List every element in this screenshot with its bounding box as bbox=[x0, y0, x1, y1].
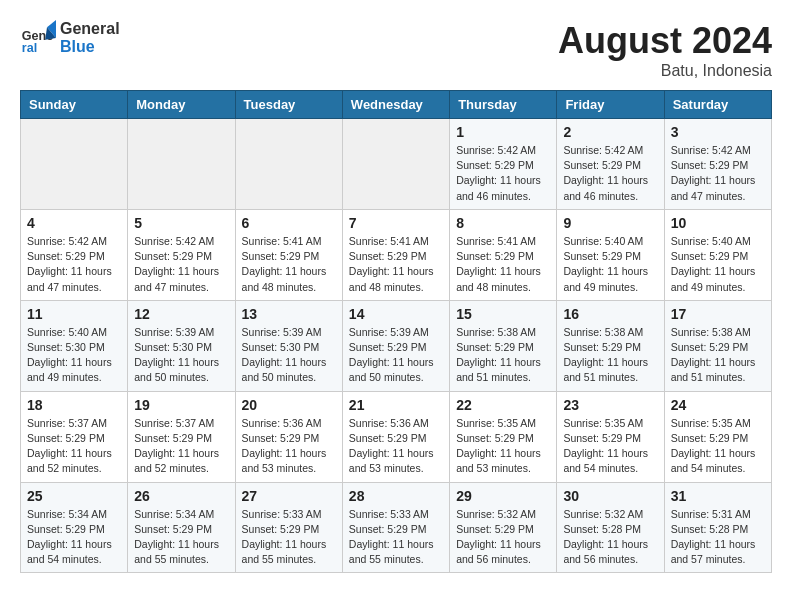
day-info: Sunrise: 5:34 AM Sunset: 5:29 PM Dayligh… bbox=[134, 507, 228, 568]
day-info: Sunrise: 5:34 AM Sunset: 5:29 PM Dayligh… bbox=[27, 507, 121, 568]
day-number: 8 bbox=[456, 215, 550, 231]
day-number: 19 bbox=[134, 397, 228, 413]
calendar-cell: 2Sunrise: 5:42 AM Sunset: 5:29 PM Daylig… bbox=[557, 119, 664, 210]
week-row: 25Sunrise: 5:34 AM Sunset: 5:29 PM Dayli… bbox=[21, 482, 772, 573]
calendar-cell: 9Sunrise: 5:40 AM Sunset: 5:29 PM Daylig… bbox=[557, 209, 664, 300]
calendar-cell: 11Sunrise: 5:40 AM Sunset: 5:30 PM Dayli… bbox=[21, 300, 128, 391]
header-cell-monday: Monday bbox=[128, 91, 235, 119]
day-number: 22 bbox=[456, 397, 550, 413]
location: Batu, Indonesia bbox=[558, 62, 772, 80]
calendar-cell: 15Sunrise: 5:38 AM Sunset: 5:29 PM Dayli… bbox=[450, 300, 557, 391]
day-info: Sunrise: 5:33 AM Sunset: 5:29 PM Dayligh… bbox=[242, 507, 336, 568]
calendar-cell: 5Sunrise: 5:42 AM Sunset: 5:29 PM Daylig… bbox=[128, 209, 235, 300]
header-cell-friday: Friday bbox=[557, 91, 664, 119]
day-number: 16 bbox=[563, 306, 657, 322]
calendar-body: 1Sunrise: 5:42 AM Sunset: 5:29 PM Daylig… bbox=[21, 119, 772, 573]
calendar-cell: 24Sunrise: 5:35 AM Sunset: 5:29 PM Dayli… bbox=[664, 391, 771, 482]
calendar-cell: 14Sunrise: 5:39 AM Sunset: 5:29 PM Dayli… bbox=[342, 300, 449, 391]
day-info: Sunrise: 5:40 AM Sunset: 5:29 PM Dayligh… bbox=[563, 234, 657, 295]
calendar-cell: 26Sunrise: 5:34 AM Sunset: 5:29 PM Dayli… bbox=[128, 482, 235, 573]
day-info: Sunrise: 5:37 AM Sunset: 5:29 PM Dayligh… bbox=[134, 416, 228, 477]
calendar-cell: 23Sunrise: 5:35 AM Sunset: 5:29 PM Dayli… bbox=[557, 391, 664, 482]
calendar-cell: 19Sunrise: 5:37 AM Sunset: 5:29 PM Dayli… bbox=[128, 391, 235, 482]
calendar-cell: 22Sunrise: 5:35 AM Sunset: 5:29 PM Dayli… bbox=[450, 391, 557, 482]
day-info: Sunrise: 5:40 AM Sunset: 5:29 PM Dayligh… bbox=[671, 234, 765, 295]
day-number: 2 bbox=[563, 124, 657, 140]
day-number: 18 bbox=[27, 397, 121, 413]
day-number: 11 bbox=[27, 306, 121, 322]
calendar-cell: 30Sunrise: 5:32 AM Sunset: 5:28 PM Dayli… bbox=[557, 482, 664, 573]
day-number: 1 bbox=[456, 124, 550, 140]
day-info: Sunrise: 5:40 AM Sunset: 5:30 PM Dayligh… bbox=[27, 325, 121, 386]
logo: Gene ral General Blue bbox=[20, 20, 120, 56]
calendar-table: SundayMondayTuesdayWednesdayThursdayFrid… bbox=[20, 90, 772, 573]
day-info: Sunrise: 5:39 AM Sunset: 5:29 PM Dayligh… bbox=[349, 325, 443, 386]
day-number: 20 bbox=[242, 397, 336, 413]
calendar-cell: 10Sunrise: 5:40 AM Sunset: 5:29 PM Dayli… bbox=[664, 209, 771, 300]
day-number: 4 bbox=[27, 215, 121, 231]
calendar-header: SundayMondayTuesdayWednesdayThursdayFrid… bbox=[21, 91, 772, 119]
day-info: Sunrise: 5:31 AM Sunset: 5:28 PM Dayligh… bbox=[671, 507, 765, 568]
day-number: 13 bbox=[242, 306, 336, 322]
day-number: 10 bbox=[671, 215, 765, 231]
day-info: Sunrise: 5:42 AM Sunset: 5:29 PM Dayligh… bbox=[671, 143, 765, 204]
day-info: Sunrise: 5:35 AM Sunset: 5:29 PM Dayligh… bbox=[456, 416, 550, 477]
header-row: SundayMondayTuesdayWednesdayThursdayFrid… bbox=[21, 91, 772, 119]
day-info: Sunrise: 5:42 AM Sunset: 5:29 PM Dayligh… bbox=[456, 143, 550, 204]
day-info: Sunrise: 5:36 AM Sunset: 5:29 PM Dayligh… bbox=[349, 416, 443, 477]
day-info: Sunrise: 5:42 AM Sunset: 5:29 PM Dayligh… bbox=[27, 234, 121, 295]
day-info: Sunrise: 5:38 AM Sunset: 5:29 PM Dayligh… bbox=[671, 325, 765, 386]
day-info: Sunrise: 5:38 AM Sunset: 5:29 PM Dayligh… bbox=[456, 325, 550, 386]
day-number: 21 bbox=[349, 397, 443, 413]
calendar-cell: 21Sunrise: 5:36 AM Sunset: 5:29 PM Dayli… bbox=[342, 391, 449, 482]
calendar-cell: 18Sunrise: 5:37 AM Sunset: 5:29 PM Dayli… bbox=[21, 391, 128, 482]
calendar-cell: 8Sunrise: 5:41 AM Sunset: 5:29 PM Daylig… bbox=[450, 209, 557, 300]
day-info: Sunrise: 5:41 AM Sunset: 5:29 PM Dayligh… bbox=[349, 234, 443, 295]
day-info: Sunrise: 5:35 AM Sunset: 5:29 PM Dayligh… bbox=[671, 416, 765, 477]
calendar-cell: 17Sunrise: 5:38 AM Sunset: 5:29 PM Dayli… bbox=[664, 300, 771, 391]
header-cell-tuesday: Tuesday bbox=[235, 91, 342, 119]
day-info: Sunrise: 5:39 AM Sunset: 5:30 PM Dayligh… bbox=[242, 325, 336, 386]
day-info: Sunrise: 5:42 AM Sunset: 5:29 PM Dayligh… bbox=[563, 143, 657, 204]
day-info: Sunrise: 5:32 AM Sunset: 5:28 PM Dayligh… bbox=[563, 507, 657, 568]
day-info: Sunrise: 5:37 AM Sunset: 5:29 PM Dayligh… bbox=[27, 416, 121, 477]
logo-icon: Gene ral bbox=[20, 20, 56, 56]
week-row: 1Sunrise: 5:42 AM Sunset: 5:29 PM Daylig… bbox=[21, 119, 772, 210]
day-info: Sunrise: 5:39 AM Sunset: 5:30 PM Dayligh… bbox=[134, 325, 228, 386]
header-cell-sunday: Sunday bbox=[21, 91, 128, 119]
logo-text: General Blue bbox=[60, 20, 120, 55]
day-number: 7 bbox=[349, 215, 443, 231]
day-number: 9 bbox=[563, 215, 657, 231]
page-header: Gene ral General Blue August 2024 Batu, … bbox=[20, 20, 772, 80]
day-number: 30 bbox=[563, 488, 657, 504]
calendar-cell bbox=[342, 119, 449, 210]
day-number: 23 bbox=[563, 397, 657, 413]
calendar-cell: 3Sunrise: 5:42 AM Sunset: 5:29 PM Daylig… bbox=[664, 119, 771, 210]
calendar-cell: 29Sunrise: 5:32 AM Sunset: 5:29 PM Dayli… bbox=[450, 482, 557, 573]
calendar-cell bbox=[235, 119, 342, 210]
calendar-cell: 1Sunrise: 5:42 AM Sunset: 5:29 PM Daylig… bbox=[450, 119, 557, 210]
day-info: Sunrise: 5:36 AM Sunset: 5:29 PM Dayligh… bbox=[242, 416, 336, 477]
day-number: 27 bbox=[242, 488, 336, 504]
day-number: 31 bbox=[671, 488, 765, 504]
calendar-cell: 20Sunrise: 5:36 AM Sunset: 5:29 PM Dayli… bbox=[235, 391, 342, 482]
title-section: August 2024 Batu, Indonesia bbox=[558, 20, 772, 80]
week-row: 18Sunrise: 5:37 AM Sunset: 5:29 PM Dayli… bbox=[21, 391, 772, 482]
logo-general: General bbox=[60, 20, 120, 38]
day-info: Sunrise: 5:33 AM Sunset: 5:29 PM Dayligh… bbox=[349, 507, 443, 568]
day-number: 5 bbox=[134, 215, 228, 231]
day-number: 26 bbox=[134, 488, 228, 504]
day-number: 29 bbox=[456, 488, 550, 504]
day-number: 14 bbox=[349, 306, 443, 322]
calendar-cell bbox=[128, 119, 235, 210]
logo-blue: Blue bbox=[60, 38, 120, 56]
day-number: 24 bbox=[671, 397, 765, 413]
day-info: Sunrise: 5:32 AM Sunset: 5:29 PM Dayligh… bbox=[456, 507, 550, 568]
day-info: Sunrise: 5:41 AM Sunset: 5:29 PM Dayligh… bbox=[242, 234, 336, 295]
calendar-cell: 12Sunrise: 5:39 AM Sunset: 5:30 PM Dayli… bbox=[128, 300, 235, 391]
calendar-cell: 13Sunrise: 5:39 AM Sunset: 5:30 PM Dayli… bbox=[235, 300, 342, 391]
day-info: Sunrise: 5:42 AM Sunset: 5:29 PM Dayligh… bbox=[134, 234, 228, 295]
day-info: Sunrise: 5:41 AM Sunset: 5:29 PM Dayligh… bbox=[456, 234, 550, 295]
calendar-cell: 4Sunrise: 5:42 AM Sunset: 5:29 PM Daylig… bbox=[21, 209, 128, 300]
calendar-cell: 16Sunrise: 5:38 AM Sunset: 5:29 PM Dayli… bbox=[557, 300, 664, 391]
